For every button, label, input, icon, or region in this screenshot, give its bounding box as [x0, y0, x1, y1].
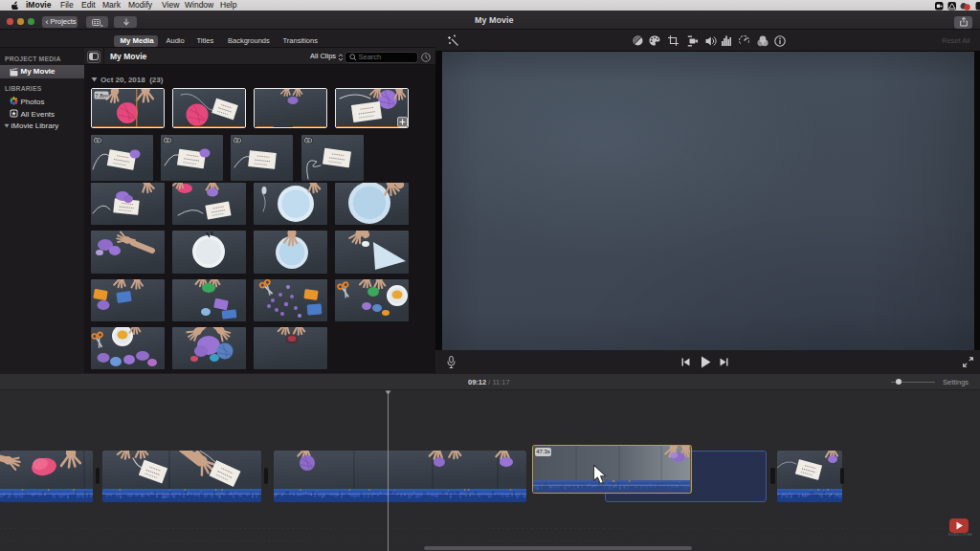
svg-text:7.8m: 7.8m — [95, 93, 107, 99]
